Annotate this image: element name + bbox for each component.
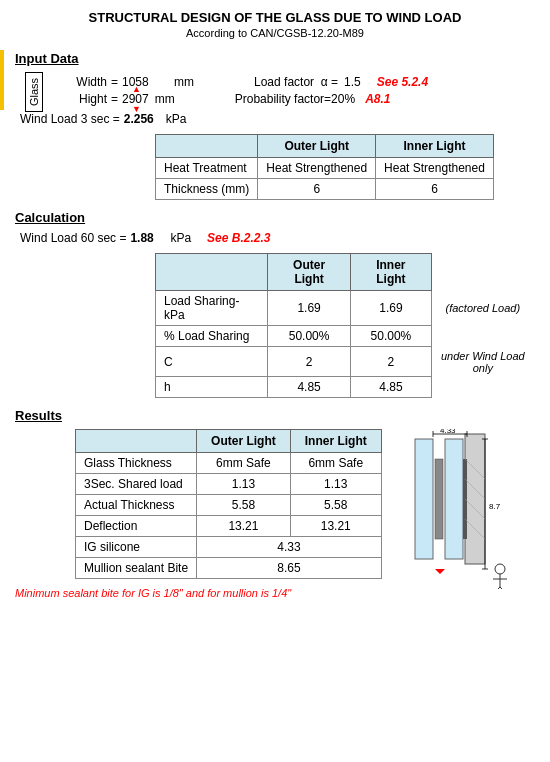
load-factor-label: Load factor α = [254,75,338,89]
input-rows: Width = 1058 mm Load factor α = 1.5 See … [47,75,428,109]
input-data-header: Input Data [15,51,535,66]
load-table-note-header [431,254,534,291]
figure-leg-left [493,587,500,589]
prob-label: Probability factor=20% [235,92,355,106]
glass-pane-right [445,439,463,559]
page-title: STRUCTURAL DESIGN OF THE GLASS DUE TO WI… [15,10,535,25]
width-unit: mm [174,75,194,89]
min-bite-note: Minimum sealant bite for IG is 1/8" and … [15,587,395,599]
input-row-val1: Heat Strengthened [258,158,376,179]
results-header: Results [15,408,535,423]
load-table-row: % Load Sharing 50.00% 50.00% [156,326,535,347]
structural-diagram: 4.33 8.7 [405,429,525,589]
results-table-row: IG silicone 4.33 [76,537,382,558]
results-row-label: Actual Thickness [76,495,197,516]
results-bottom-row: Outer Light Inner Light Glass Thickness … [15,429,535,599]
results-table: Outer Light Inner Light Glass Thickness … [75,429,382,579]
page-subtitle: According to CAN/CGSB-12.20-M89 [15,27,535,39]
results-row-val1: 6mm Safe [197,453,291,474]
input-row-val1: 6 [258,179,376,200]
dim-433-label: 4.33 [440,429,456,435]
results-row-label: IG silicone [76,537,197,558]
glass-pane-left [415,439,433,559]
width-label: Width [47,75,107,89]
width-row: Width = 1058 mm Load factor α = 1.5 See … [47,75,428,89]
input-table: Outer Light Inner Light Heat Treatment H… [155,134,494,200]
height-arrow-up: ▲ [132,84,141,94]
load-row-label: h [156,377,268,398]
input-grid: Glass Width = 1058 mm Load factor α = 1.… [25,72,535,112]
width-value: 1058 [122,75,172,89]
results-table-row: 3Sec. Shared load 1.13 1.13 [76,474,382,495]
results-col2-header: Inner Light [290,430,381,453]
calc-header: Calculation [15,210,535,225]
glass-label: Glass [25,72,43,112]
load-factor-var: α [321,75,328,89]
results-row-val2: 5.58 [290,495,381,516]
red-ref-1: See 5.2.4 [377,75,428,89]
results-col1-header: Outer Light [197,430,291,453]
results-row-val1: 13.21 [197,516,291,537]
load-row-val1: 4.85 [268,377,351,398]
load-row-label: Load Sharing-kPa [156,291,268,326]
ig-spacer [435,459,443,539]
input-table-row: Thickness (mm) 6 6 [156,179,494,200]
load-table-row: Load Sharing-kPa 1.69 1.69 (factored Loa… [156,291,535,326]
results-table-row: Actual Thickness 5.58 5.58 [76,495,382,516]
results-row-val-colspan: 4.33 [197,537,382,558]
height-row: Hight = ▲ 2907 ▼ mm Probability factor=2… [47,92,428,106]
input-table-row: Heat Treatment Heat Strengthened Heat St… [156,158,494,179]
results-row-val2: 6mm Safe [290,453,381,474]
input-table-header-blank [156,135,258,158]
results-row-label: Glass Thickness [76,453,197,474]
wl3-value: 2.256 [124,112,164,126]
calc-red-ref: See B.2.2.3 [207,231,270,245]
results-row-val1: 5.58 [197,495,291,516]
calc-section: Wind Load 60 sec = 1.88 kPa See B.2.2.3 … [15,231,535,398]
results-row-val2: 13.21 [290,516,381,537]
load-row-val2: 4.85 [351,377,431,398]
red-ref-2: A8.1 [365,92,390,106]
width-eq: = [111,75,118,89]
height-label: Hight [47,92,107,106]
load-table-col2: Inner Light [351,254,431,291]
load-row-val2: 2 [351,347,431,377]
wind-load-3-row: Wind Load 3 sec = 2.256 kPa [20,112,535,126]
height-arrow-down: ▼ [132,104,141,114]
results-row-label: Deflection [76,516,197,537]
load-row-note [431,326,534,347]
height-unit: mm [155,92,175,106]
height-eq: = [111,92,118,106]
input-data-section: Glass Width = 1058 mm Load factor α = 1.… [15,72,535,200]
wl3-unit: kPa [166,112,187,126]
wl60-value: 1.88 [130,231,166,245]
load-row-val1: 2 [268,347,351,377]
yellow-accent [0,50,4,110]
results-diagram: 4.33 8.7 [405,429,535,589]
results-row-val-colspan: 8.65 [197,558,382,579]
height-value-wrapper: ▲ 2907 ▼ [122,92,151,106]
load-row-label: C [156,347,268,377]
input-row-label: Heat Treatment [156,158,258,179]
wl60-unit: kPa [170,231,191,245]
load-row-label: % Load Sharing [156,326,268,347]
load-row-val1: 1.69 [268,291,351,326]
input-table-col2: Inner Light [376,135,494,158]
results-row-val1: 1.13 [197,474,291,495]
load-row-note: under Wind Load only [431,347,534,377]
figure-leg-right [500,587,507,589]
results-table-row: Mullion sealant Bite 8.65 [76,558,382,579]
input-table-col1: Outer Light [258,135,376,158]
load-table-col1: Outer Light [268,254,351,291]
input-row-val2: 6 [376,179,494,200]
results-row-label: 3Sec. Shared load [76,474,197,495]
load-row-val2: 50.00% [351,326,431,347]
load-factor-value: 1.5 [344,75,361,89]
load-table-row: C 2 2 under Wind Load only [156,347,535,377]
results-row-val2: 1.13 [290,474,381,495]
wl3-label: Wind Load 3 sec = [20,112,120,126]
results-table-row: Glass Thickness 6mm Safe 6mm Safe [76,453,382,474]
results-row-label: Mullion sealant Bite [76,558,197,579]
load-row-note [431,377,534,398]
load-table-blank [156,254,268,291]
